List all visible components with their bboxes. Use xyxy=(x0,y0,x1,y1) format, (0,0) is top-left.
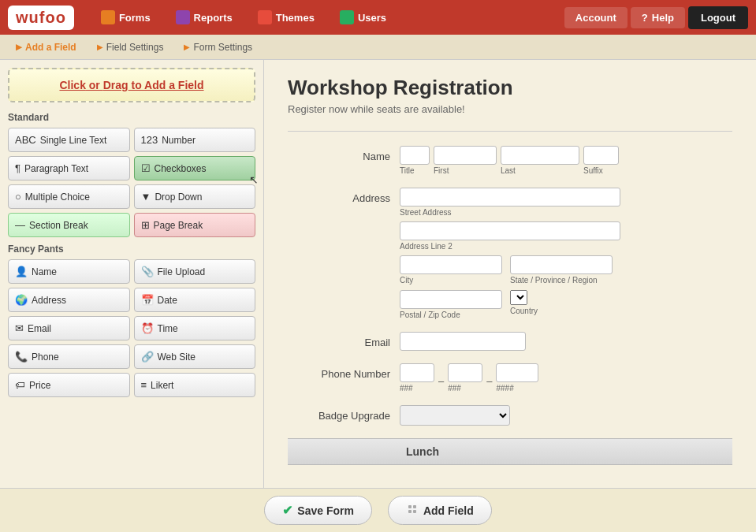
name-suffix-input[interactable] xyxy=(583,146,619,165)
radio-icon: ○ xyxy=(15,191,21,203)
name-last-input[interactable] xyxy=(501,146,579,165)
phone-number-cell: #### xyxy=(496,363,538,392)
standard-section-title: Standard xyxy=(8,112,255,123)
fancy-section-title: Fancy Pants xyxy=(8,244,255,255)
name-first-sublabel: First xyxy=(434,166,497,175)
email-fields xyxy=(400,332,732,351)
phone-field-row: Phone Number ### – ### – #### xyxy=(288,363,732,392)
field-single-line[interactable]: ABC Single Line Text xyxy=(8,128,130,152)
name-suffix-sublabel: Suffix xyxy=(583,166,619,175)
phone-prefix-cell: ### xyxy=(448,363,482,392)
field-page-break[interactable]: ⊞ Page Break xyxy=(134,213,256,237)
field-dropdown[interactable]: ▼ Drop Down xyxy=(134,184,256,209)
state-input[interactable] xyxy=(510,255,613,274)
fancy-fields-grid: 👤 Name 📎 File Upload 🌍 Address 📅 Date ✉ … xyxy=(8,259,255,397)
field-phone-label: Phone xyxy=(32,352,59,363)
field-checkboxes[interactable]: ☑ Checkboxes ↖ xyxy=(134,156,256,180)
city-input[interactable] xyxy=(400,255,502,274)
nav-help-label: Help xyxy=(652,12,674,24)
sidebar: Click or Drag to Add a Field Standard AB… xyxy=(0,60,264,532)
add-field-or: or xyxy=(86,79,103,91)
page-icon: ⊞ xyxy=(141,219,150,231)
logo[interactable]: wufoo xyxy=(8,6,74,30)
standard-fields-grid: ABC Single Line Text 123 Number ¶ Paragr… xyxy=(8,128,255,237)
badge-select[interactable] xyxy=(400,405,510,426)
address-fields: Street Address Address Line 2 City State… xyxy=(400,188,732,319)
field-number[interactable]: 123 Number xyxy=(134,128,256,152)
phone-number-input[interactable] xyxy=(496,363,538,382)
nav-right: Account ? Help Logout xyxy=(564,6,748,29)
field-price[interactable]: 🏷 Price xyxy=(8,373,130,397)
street-address-input[interactable] xyxy=(400,188,620,206)
nav-users-label: Users xyxy=(358,12,386,24)
badge-label: Badge Upgrade xyxy=(288,405,390,422)
address-label: Address xyxy=(288,188,390,204)
section-icon: — xyxy=(15,219,25,231)
nav-reports[interactable]: Reports xyxy=(165,6,244,29)
add-field-button[interactable]: Add Field xyxy=(388,496,492,525)
logout-button[interactable]: Logout xyxy=(688,6,748,29)
checkbox-icon: ☑ xyxy=(141,162,151,174)
name-title-sublabel: Title xyxy=(400,166,430,175)
address-line2-input[interactable] xyxy=(400,221,620,240)
name-field-row: Name Title First Last xyxy=(288,146,732,175)
field-email-label: Email xyxy=(28,323,51,334)
country-select[interactable] xyxy=(510,290,527,305)
field-address[interactable]: 🌍 Address xyxy=(8,288,130,312)
line2-sublabel: Address Line 2 xyxy=(400,242,732,251)
phone-area-cell: ### xyxy=(400,363,434,392)
add-field-drop-zone[interactable]: Click or Drag to Add a Field xyxy=(8,68,255,102)
phone-area-input[interactable] xyxy=(400,363,434,382)
name-inputs-row: Title First Last Suffix xyxy=(400,146,732,175)
field-likert[interactable]: ≡ Likert xyxy=(134,373,256,397)
save-form-button[interactable]: ✔ Save Form xyxy=(264,496,372,525)
svg-rect-3 xyxy=(413,510,416,513)
nav-forms[interactable]: Forms xyxy=(90,6,162,29)
nav-themes[interactable]: Themes xyxy=(247,6,326,29)
field-paragraph[interactable]: ¶ Paragraph Text xyxy=(8,156,130,180)
phone-dash-2: – xyxy=(486,375,492,392)
city-sublabel: City xyxy=(400,276,502,285)
email-input[interactable] xyxy=(400,332,526,351)
phone-prefix-hint: ### xyxy=(448,384,482,392)
nav-account-label: Account xyxy=(575,12,616,24)
name-icon: 👤 xyxy=(15,266,28,277)
phone-area-hint: ### xyxy=(400,384,434,392)
nav-users[interactable]: Users xyxy=(329,6,397,29)
nav-account[interactable]: Account xyxy=(564,7,628,28)
name-first-input[interactable] xyxy=(434,146,497,165)
field-time[interactable]: ⏰ Time xyxy=(134,316,256,340)
phone-dash-1: – xyxy=(438,375,444,392)
field-website[interactable]: 🔗 Web Site xyxy=(134,344,256,369)
field-name[interactable]: 👤 Name xyxy=(8,259,130,284)
nav-help[interactable]: ? Help xyxy=(631,7,685,28)
address-city-state-row: City State / Province / Region xyxy=(400,255,732,285)
field-section-break-label: Section Break xyxy=(29,220,88,231)
field-file-upload[interactable]: 📎 File Upload xyxy=(134,259,256,284)
phone-prefix-input[interactable] xyxy=(448,363,482,382)
name-title-input[interactable] xyxy=(400,146,430,165)
field-multiple-choice[interactable]: ○ Multiple Choice xyxy=(8,184,130,209)
field-section-break[interactable]: — Section Break xyxy=(8,213,130,237)
country-cell: Country xyxy=(510,290,538,315)
svg-rect-1 xyxy=(413,505,416,508)
field-paragraph-label: Paragraph Text xyxy=(24,163,88,174)
field-email[interactable]: ✉ Email xyxy=(8,316,130,340)
field-date[interactable]: 📅 Date xyxy=(134,288,256,312)
tab-form-settings[interactable]: ▶ Form Settings xyxy=(176,39,260,56)
price-icon: 🏷 xyxy=(15,379,25,391)
tab-field-settings[interactable]: ▶ Field Settings xyxy=(89,39,172,56)
tab-add-field[interactable]: ▶ Add a Field xyxy=(8,39,84,56)
field-single-line-label: Single Line Text xyxy=(40,135,107,146)
svg-rect-0 xyxy=(408,505,412,508)
zip-input[interactable] xyxy=(400,290,502,309)
name-first-cell: First xyxy=(434,146,497,175)
add-field-click[interactable]: Click xyxy=(59,79,85,91)
field-price-label: Price xyxy=(29,380,50,391)
website-icon: 🔗 xyxy=(141,351,154,363)
form-area: Workshop Registration Register now while… xyxy=(264,60,756,532)
name-fields: Title First Last Suffix xyxy=(400,146,732,175)
lunch-section-break: Lunch xyxy=(288,438,732,465)
phone-icon: 📞 xyxy=(15,351,28,363)
field-phone[interactable]: 📞 Phone xyxy=(8,344,130,369)
